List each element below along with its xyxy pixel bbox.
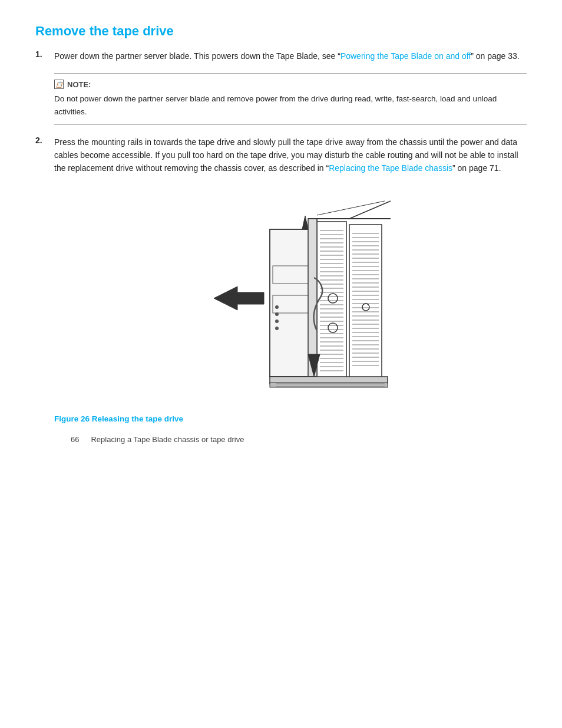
step-2-content: Press the mounting rails in towards the … (54, 136, 527, 175)
step-1-text-before: Power down the partner server blade. Thi… (54, 51, 340, 61)
svg-rect-76 (270, 229, 314, 377)
note-text: Do not power down the partner server bla… (54, 93, 527, 118)
svg-point-79 (275, 305, 279, 309)
svg-point-70 (328, 294, 338, 303)
replacing-tape-blade-chassis-link[interactable]: Replacing the Tape Blade chassis (329, 163, 452, 173)
step-1-number: 1. (35, 50, 47, 62)
svg-rect-83 (308, 219, 317, 377)
step-1: 1. Power down the partner server blade. … (35, 50, 527, 62)
note-icon: 📋 (54, 80, 64, 89)
step-1-content: Power down the partner server blade. Thi… (54, 50, 527, 62)
footer-section-label: Replacing a Tape Blade chassis or tape d… (91, 435, 244, 444)
step-1-text-after: ” on page 33. (471, 51, 520, 61)
page-title: Remove the tape drive (35, 24, 527, 39)
figure-area (54, 189, 527, 407)
note-box: 📋 NOTE: Do not power down the partner se… (54, 73, 527, 124)
figure-caption: Figure 26 Releasing the tape drive (54, 414, 527, 423)
svg-point-72 (362, 304, 369, 311)
footer-page-number: 66 (71, 435, 79, 444)
svg-point-81 (275, 319, 279, 323)
svg-point-80 (275, 312, 279, 316)
svg-marker-85 (302, 216, 308, 229)
step-2-text-after: ” on page 71. (452, 163, 501, 173)
step-2: 2. Press the mounting rails in towards t… (35, 136, 527, 175)
svg-marker-84 (214, 286, 264, 310)
note-header-text: NOTE: (67, 80, 91, 89)
powering-tape-blade-link[interactable]: Powering the Tape Blade on and off (340, 51, 471, 61)
footer: 66 Replacing a Tape Blade chassis or tap… (71, 435, 562, 444)
svg-point-82 (275, 327, 279, 330)
svg-line-74 (349, 201, 391, 219)
step-2-number: 2. (35, 136, 47, 175)
note-header: 📋 NOTE: (54, 80, 527, 89)
tape-drive-diagram (178, 189, 402, 407)
svg-point-71 (328, 323, 338, 332)
svg-rect-0 (349, 225, 382, 378)
